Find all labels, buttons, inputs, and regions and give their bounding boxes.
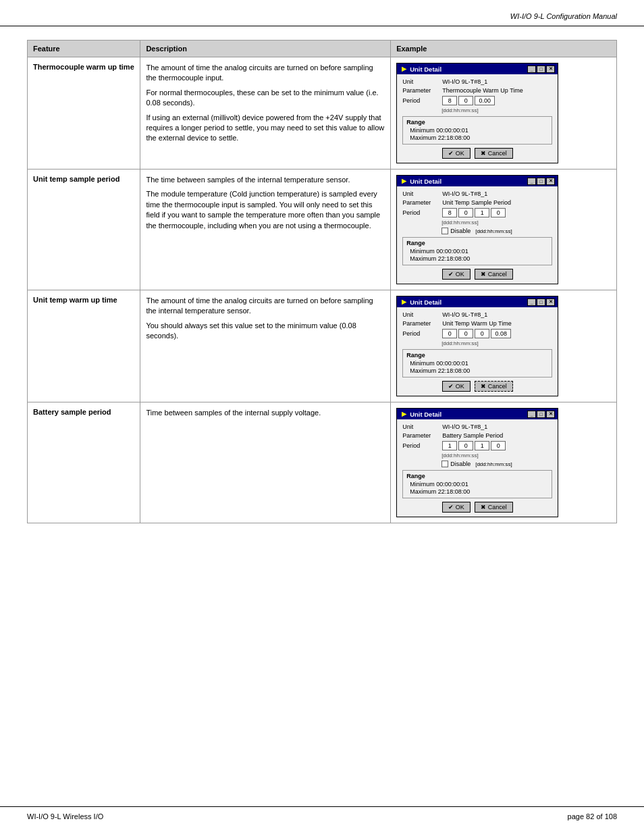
ud-range-max-3: Maximum 22:18:08:00 — [406, 488, 548, 495]
minimize-btn-3[interactable]: _ — [527, 411, 536, 418]
ud-period-input-3-1[interactable]: 0 — [458, 441, 473, 450]
minimize-btn-0[interactable]: _ — [527, 66, 536, 73]
ud-range-box-0: RangeMinimum 00:00:00:01Maximum 22:18:08… — [402, 116, 552, 145]
maximize-btn-1[interactable]: □ — [537, 178, 545, 185]
unit-detail-titlebar-1: ▶Unit Detail_□✕ — [397, 176, 558, 186]
ud-period-input-1-3[interactable]: 0 — [491, 208, 506, 217]
ud-unit-label-0: Unit — [402, 78, 439, 85]
ud-period-input-2-3[interactable]: 0.08 — [491, 329, 511, 338]
ud-unit-value-3: WI-I/O 9L-T#8_1 — [442, 423, 487, 430]
cross-icon-2: ✖ — [481, 383, 486, 390]
ud-period-label-2: Period — [402, 330, 439, 337]
ud-ok-button-1[interactable]: ✔ OK — [442, 269, 471, 280]
close-btn-0[interactable]: ✕ — [546, 66, 555, 73]
footer-left: WI-I/O 9-L Wireless I/O — [27, 812, 103, 820]
ud-param-value-1: Unit Temp Sample Period — [442, 199, 511, 206]
ud-ok-button-2[interactable]: ✔ OK — [442, 381, 471, 392]
ud-period-input-0-2[interactable]: 0.00 — [475, 96, 495, 105]
feature-cell-3: Battery sample period — [28, 402, 140, 523]
ud-cancel-button-0[interactable]: ✖ Cancel — [475, 148, 513, 159]
ud-unit-value-1: WI-I/O 9L-T#8_1 — [442, 190, 487, 197]
ud-cancel-button-2[interactable]: ✖ Cancel — [475, 381, 513, 392]
checkmark-icon-0: ✔ — [448, 150, 454, 157]
example-cell-2: ▶Unit Detail_□✕UnitWI-I/O 9L-T#8_1Parame… — [391, 290, 617, 402]
ud-period-label-0: Period — [402, 97, 439, 104]
ud-unit-value-0: WI-I/O 9L-T#8_1 — [442, 78, 487, 85]
ud-param-label-3: Parameter — [402, 432, 439, 439]
window-title-1: Unit Detail — [410, 178, 441, 185]
desc-cell-3: Time between samples of the internal sup… — [140, 402, 391, 523]
maximize-btn-2[interactable]: □ — [537, 298, 545, 306]
desc-cell-1: The time between samples of the internal… — [140, 170, 391, 290]
close-btn-2[interactable]: ✕ — [546, 298, 555, 306]
ud-disable-label-1: Disable — [450, 228, 471, 234]
main-table: Feature Description Example Thermocouple… — [27, 40, 617, 523]
maximize-btn-0[interactable]: □ — [537, 66, 545, 73]
ud-period-input-3-2[interactable]: 1 — [475, 441, 489, 450]
ud-ok-button-0[interactable]: ✔ OK — [442, 148, 471, 159]
window-title-0: Unit Detail — [410, 66, 441, 73]
unit-detail-2: ▶Unit Detail_□✕UnitWI-I/O 9L-T#8_1Parame… — [396, 296, 558, 396]
ud-range-box-3: RangeMinimum 00:00:00:01Maximum 22:18:08… — [402, 470, 552, 498]
ud-range-min-3: Minimum 00:00:00:01 — [406, 481, 548, 488]
ud-unit-label-1: Unit — [402, 190, 439, 197]
ud-hint-0: [ddd:hh:mm:ss] — [441, 107, 552, 113]
ud-period-input-2-0[interactable]: 0 — [442, 329, 457, 338]
ud-cancel-button-1[interactable]: ✖ Cancel — [475, 269, 513, 280]
ud-disable-label-3: Disable — [450, 461, 471, 467]
ud-range-box-2: RangeMinimum 00:00:00:01Maximum 22:18:08… — [402, 349, 552, 377]
minimize-btn-2[interactable]: _ — [527, 298, 536, 306]
unit-detail-titlebar-2: ▶Unit Detail_□✕ — [397, 296, 558, 307]
ud-period-input-2-1[interactable]: 0 — [458, 329, 473, 338]
ud-ok-button-3[interactable]: ✔ OK — [442, 502, 471, 513]
ud-param-value-2: Unit Temp Warm Up Time — [442, 320, 512, 327]
window-icon-3: ▶ — [400, 410, 408, 418]
window-title-2: Unit Detail — [410, 298, 441, 306]
feature-cell-1: Unit temp sample period — [28, 170, 140, 290]
ud-range-title-3: Range — [406, 473, 548, 479]
window-title-3: Unit Detail — [410, 411, 441, 418]
footer-right: page 82 of 108 — [568, 812, 617, 820]
ud-period-input-0-1[interactable]: 0 — [458, 96, 473, 105]
window-icon-0: ▶ — [400, 65, 408, 73]
main-content: Feature Description Example Thermocouple… — [0, 26, 644, 564]
example-cell-1: ▶Unit Detail_□✕UnitWI-I/O 9L-T#8_1Parame… — [391, 170, 617, 290]
ud-param-label-1: Parameter — [402, 199, 439, 206]
ud-range-title-2: Range — [406, 352, 548, 359]
ud-period-label-1: Period — [402, 209, 439, 216]
ud-period-input-0-0[interactable]: 8 — [442, 96, 457, 105]
ud-param-value-0: Thermocouple Warm Up Time — [442, 87, 523, 94]
ud-disable-checkbox-1[interactable] — [441, 228, 448, 234]
ud-range-title-1: Range — [406, 240, 548, 246]
close-btn-3[interactable]: ✕ — [546, 411, 555, 418]
ud-period-input-2-2[interactable]: 0 — [475, 329, 489, 338]
ud-period-input-1-2[interactable]: 1 — [475, 208, 489, 217]
ud-period-input-3-3[interactable]: 0 — [491, 441, 506, 450]
ud-period-label-3: Period — [402, 442, 439, 449]
cross-icon-1: ✖ — [481, 271, 486, 278]
ud-range-max-2: Maximum 22:18:08:00 — [406, 367, 548, 374]
ud-period-input-1-1[interactable]: 0 — [458, 208, 473, 217]
maximize-btn-3[interactable]: □ — [537, 411, 545, 418]
checkmark-icon-1: ✔ — [448, 271, 454, 278]
unit-detail-1: ▶Unit Detail_□✕UnitWI-I/O 9L-T#8_1Parame… — [396, 175, 558, 284]
header-title: WI-I/O 9-L Configuration Manual — [510, 12, 617, 20]
ud-disable-hint-1: [ddd:hh:mm:ss] — [475, 228, 512, 234]
ud-unit-label-3: Unit — [402, 423, 439, 430]
ud-unit-label-2: Unit — [402, 311, 439, 318]
ud-disable-checkbox-3[interactable] — [441, 461, 448, 467]
ud-period-input-1-0[interactable]: 8 — [442, 208, 457, 217]
close-btn-1[interactable]: ✕ — [546, 178, 555, 185]
ud-disable-hint-3: [ddd:hh:mm:ss] — [475, 461, 512, 467]
ud-range-min-2: Minimum 00:00:00:01 — [406, 360, 548, 367]
minimize-btn-1[interactable]: _ — [527, 178, 536, 185]
ud-cancel-button-3[interactable]: ✖ Cancel — [475, 502, 513, 513]
ud-param-label-0: Parameter — [402, 87, 439, 94]
ud-param-value-3: Battery Sample Period — [442, 432, 503, 439]
desc-cell-0: The amount of time the analog circuits a… — [140, 57, 391, 170]
col-feature: Feature — [28, 41, 140, 57]
page-footer: WI-I/O 9-L Wireless I/O page 82 of 108 — [0, 806, 644, 820]
col-example: Example — [391, 41, 617, 57]
ud-period-input-3-0[interactable]: 1 — [442, 441, 457, 450]
example-cell-3: ▶Unit Detail_□✕UnitWI-I/O 9L-T#8_1Parame… — [391, 402, 617, 523]
